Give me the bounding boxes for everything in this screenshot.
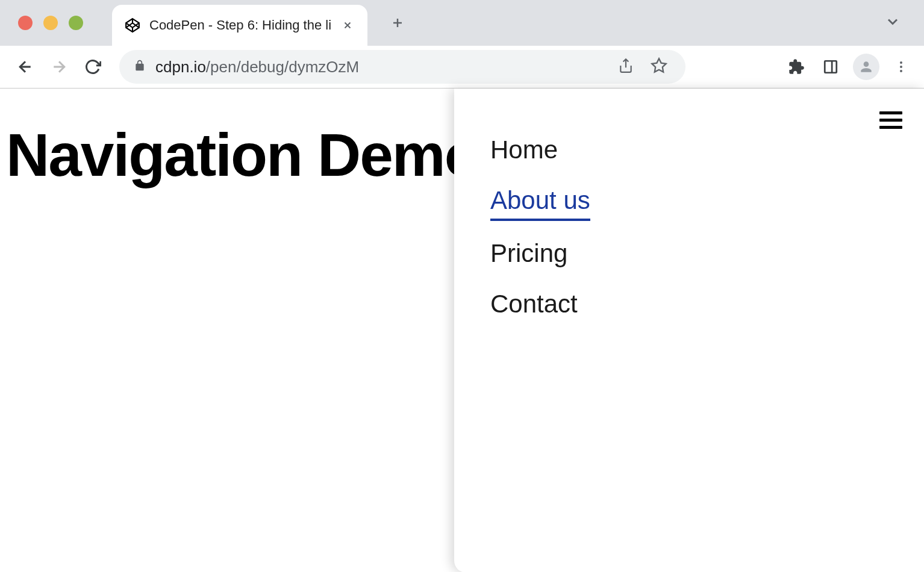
profile-avatar[interactable] [853, 54, 879, 80]
svg-marker-10 [652, 58, 666, 72]
page-viewport: Navigation Demo Home About us Pricing Co… [0, 89, 924, 572]
window-controls [18, 16, 83, 30]
hamburger-line-icon [879, 111, 902, 114]
svg-point-14 [900, 66, 902, 68]
url-text: cdpn.io/pen/debug/dymzOzM [155, 58, 375, 76]
hamburger-menu-button[interactable] [879, 111, 902, 129]
back-button[interactable] [12, 54, 39, 80]
side-panel-icon[interactable] [819, 55, 842, 78]
nav-item-home[interactable]: Home [490, 125, 558, 175]
nav-list: Home About us Pricing Contact [454, 89, 924, 329]
svg-point-13 [900, 61, 902, 64]
browser-toolbar: cdpn.io/pen/debug/dymzOzM [0, 46, 924, 88]
forward-button[interactable] [46, 54, 72, 80]
svg-rect-11 [825, 61, 837, 73]
codepen-favicon-icon [124, 17, 141, 34]
extensions-icon[interactable] [784, 55, 808, 79]
browser-chrome: CodePen - Step 6: Hiding the li [0, 0, 924, 89]
url-domain: cdpn.io [155, 58, 206, 76]
tab-title: CodePen - Step 6: Hiding the li [149, 17, 331, 33]
reload-button[interactable] [80, 54, 106, 80]
tab-list-chevron-icon[interactable] [879, 8, 906, 37]
hamburger-line-icon [879, 119, 902, 122]
hamburger-line-icon [879, 126, 902, 129]
nav-item-pricing[interactable]: Pricing [490, 228, 567, 279]
window-maximize-button[interactable] [69, 16, 83, 30]
new-tab-button[interactable] [384, 10, 411, 36]
bookmark-star-icon[interactable] [647, 54, 671, 80]
browser-menu-icon[interactable] [890, 56, 912, 78]
share-icon[interactable] [614, 54, 637, 79]
window-minimize-button[interactable] [43, 16, 58, 30]
url-path: /pen/debug/dymzOzM [206, 58, 359, 76]
address-bar[interactable]: cdpn.io/pen/debug/dymzOzM [119, 50, 685, 84]
browser-tab[interactable]: CodePen - Step 6: Hiding the li [112, 5, 367, 46]
tab-close-button[interactable] [340, 17, 355, 33]
navigation-panel: Home About us Pricing Contact [454, 89, 924, 572]
nav-item-contact[interactable]: Contact [490, 279, 578, 329]
lock-icon [134, 60, 146, 74]
svg-point-15 [900, 70, 902, 72]
tab-bar: CodePen - Step 6: Hiding the li [0, 0, 924, 46]
nav-item-about-us[interactable]: About us [490, 175, 590, 221]
window-close-button[interactable] [18, 16, 33, 30]
